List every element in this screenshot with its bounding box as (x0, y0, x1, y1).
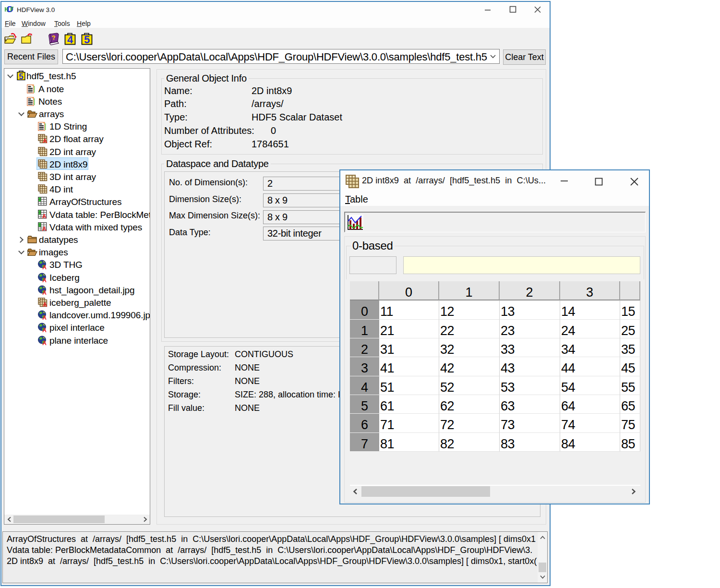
svg-text:A: A (42, 277, 47, 283)
svg-text:4: 4 (67, 34, 73, 46)
svg-text:A: A (42, 327, 47, 333)
svg-text:5: 5 (84, 34, 90, 46)
svg-text:5: 5 (19, 72, 23, 81)
svg-text:A: A (43, 301, 47, 307)
svg-text:A: A (43, 138, 47, 144)
svg-text:A: A (42, 289, 47, 295)
svg-text:A: A (42, 226, 47, 231)
svg-text:A: A (42, 213, 47, 219)
svg-text:A: A (42, 314, 47, 320)
svg-text:A: A (42, 340, 47, 346)
svg-text:A: A (42, 264, 47, 270)
svg-text:?: ? (51, 34, 56, 42)
